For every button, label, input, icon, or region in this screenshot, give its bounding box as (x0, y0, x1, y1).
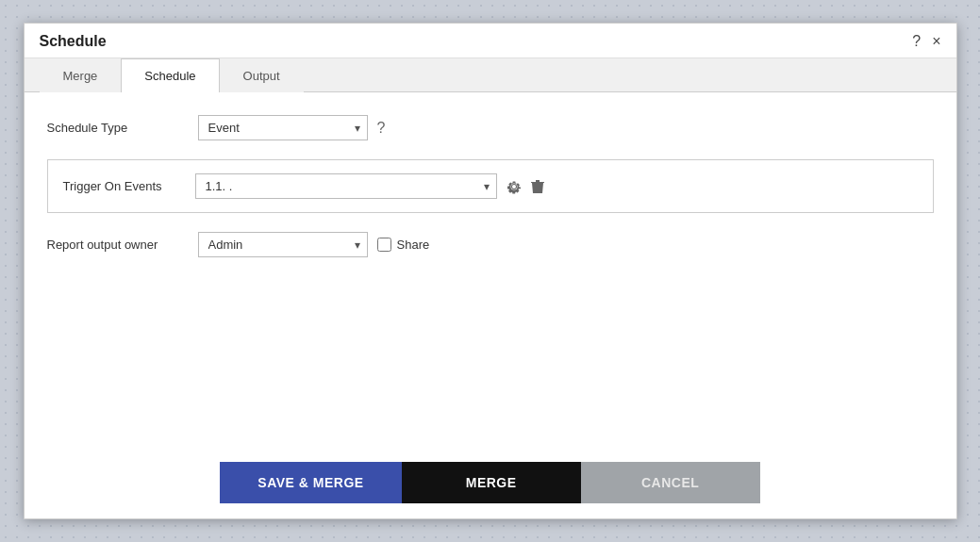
merge-button[interactable]: MERGE (402, 462, 581, 503)
share-checkbox-label[interactable]: Share (377, 238, 430, 252)
tab-schedule[interactable]: Schedule (121, 58, 219, 92)
schedule-type-help-icon[interactable]: ? (377, 120, 386, 137)
report-owner-row: Report output owner Admin User1 User2 Sh… (47, 232, 934, 257)
report-owner-select-wrapper: Admin User1 User2 (198, 232, 368, 257)
trigger-row: Trigger On Events 1.1. . 2.1. . 3.1. . (63, 173, 918, 199)
schedule-type-select[interactable]: Event Time Manual (198, 115, 368, 140)
tab-merge[interactable]: Merge (40, 58, 122, 92)
header-icons: ? × (912, 34, 940, 49)
dialog-footer: SAVE & MERGE MERGE CANCEL (25, 451, 956, 518)
help-icon[interactable]: ? (912, 34, 921, 49)
report-owner-label: Report output owner (47, 238, 198, 252)
trigger-label: Trigger On Events (63, 179, 186, 193)
schedule-dialog: Schedule ? × Merge Schedule Output Sched… (24, 23, 957, 519)
schedule-type-label: Schedule Type (47, 121, 198, 135)
dialog-content: Schedule Type Event Time Manual ? Trigge… (25, 92, 956, 451)
close-icon[interactable]: × (932, 34, 940, 49)
dialog-header: Schedule ? × (25, 24, 956, 58)
trigger-delete-icon[interactable] (531, 178, 544, 195)
trigger-settings-icon[interactable] (507, 178, 522, 195)
trigger-select[interactable]: 1.1. . 2.1. . 3.1. . (195, 173, 497, 199)
trigger-box: Trigger On Events 1.1. . 2.1. . 3.1. . (47, 159, 934, 213)
share-checkbox[interactable] (377, 238, 391, 252)
schedule-type-row: Schedule Type Event Time Manual ? (47, 115, 934, 140)
schedule-type-controls: Event Time Manual ? (198, 115, 386, 140)
share-label: Share (397, 238, 430, 252)
report-owner-select[interactable]: Admin User1 User2 (198, 232, 368, 257)
save-merge-button[interactable]: SAVE & MERGE (220, 462, 401, 503)
report-owner-controls: Admin User1 User2 Share (198, 232, 430, 257)
tab-output[interactable]: Output (220, 58, 304, 92)
cancel-button[interactable]: CANCEL (581, 462, 760, 503)
trigger-select-wrapper: 1.1. . 2.1. . 3.1. . (195, 173, 497, 199)
tab-bar: Merge Schedule Output (25, 58, 956, 92)
dialog-title: Schedule (40, 33, 107, 50)
schedule-type-select-wrapper: Event Time Manual (198, 115, 368, 140)
